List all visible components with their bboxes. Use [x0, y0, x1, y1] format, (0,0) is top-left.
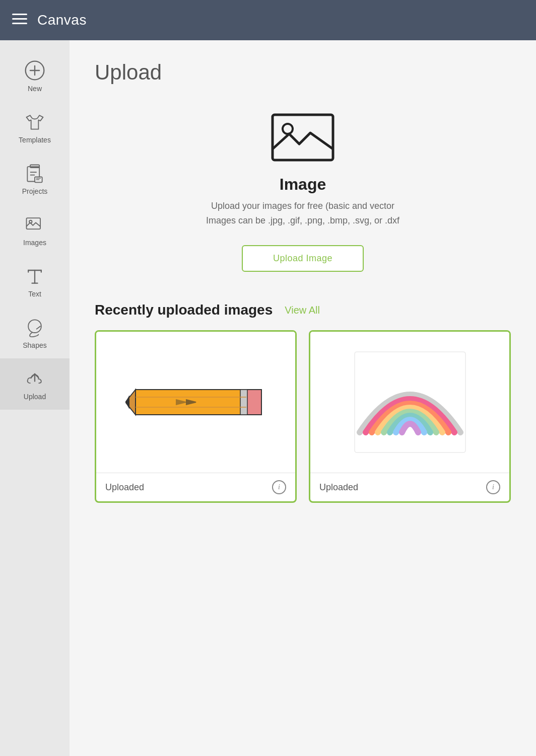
- svg-point-16: [283, 124, 293, 134]
- image-browse-icon: [24, 213, 46, 236]
- sidebar-item-projects[interactable]: Projects: [0, 153, 70, 204]
- sidebar-item-images-label: Images: [23, 239, 46, 247]
- svg-rect-2: [12, 23, 27, 24]
- rainbow-image: [345, 347, 476, 458]
- sidebar-item-projects-label: Projects: [22, 187, 48, 195]
- image-preview-1: [96, 332, 295, 473]
- projects-icon: [24, 162, 46, 184]
- sidebar-item-upload-label: Upload: [24, 393, 46, 401]
- upload-section: Image Upload your images for free (basic…: [95, 110, 511, 272]
- upload-desc2: Images can be .jpg, .gif, .png, .bmp, .s…: [206, 215, 399, 226]
- info-icon-2[interactable]: i: [486, 480, 500, 494]
- upload-cloud-icon: [24, 367, 46, 390]
- svg-rect-20: [246, 390, 261, 415]
- recently-uploaded-header: Recently uploaded images View All: [95, 302, 511, 318]
- sidebar-item-new-label: New: [28, 85, 42, 93]
- upload-desc1: Upload your images for free (basic and v…: [211, 201, 394, 211]
- image-preview-2: [310, 332, 509, 473]
- sidebar-item-templates[interactable]: Templates: [0, 102, 70, 153]
- sidebar-item-shapes[interactable]: Shapes: [0, 307, 70, 358]
- page-title: Upload: [95, 60, 511, 85]
- recently-uploaded-title: Recently uploaded images: [95, 302, 273, 318]
- main-layout: New Templates Projects: [0, 40, 536, 756]
- svg-rect-1: [12, 18, 27, 20]
- sidebar-item-new[interactable]: New: [0, 50, 70, 102]
- sidebar-item-upload[interactable]: Upload: [0, 358, 70, 410]
- sidebar: New Templates Projects: [0, 40, 70, 756]
- uploaded-label-2: Uploaded: [319, 482, 358, 493]
- svg-rect-13: [27, 218, 41, 229]
- sidebar-item-images[interactable]: Images: [0, 204, 70, 256]
- topbar: Canvas: [0, 0, 536, 40]
- uploaded-label-1: Uploaded: [105, 482, 144, 493]
- uploaded-image-card-1[interactable]: Uploaded i: [95, 330, 297, 503]
- info-icon-1[interactable]: i: [272, 480, 286, 494]
- svg-rect-21: [240, 390, 247, 415]
- sidebar-item-shapes-label: Shapes: [23, 341, 46, 349]
- app-title: Canvas: [37, 12, 87, 28]
- image-card-2-footer: Uploaded i: [310, 473, 509, 501]
- svg-rect-0: [12, 14, 27, 15]
- main-content: Upload Image Upload your images for free…: [70, 40, 536, 756]
- sidebar-item-text[interactable]: Text: [0, 256, 70, 307]
- upload-image-button[interactable]: Upload Image: [242, 245, 364, 272]
- upload-heading: Image: [280, 175, 326, 194]
- sidebar-item-text-label: Text: [28, 290, 41, 298]
- uploaded-images-grid: Uploaded i: [95, 330, 511, 503]
- upload-image-placeholder-icon: [270, 110, 336, 165]
- view-all-link[interactable]: View All: [285, 305, 320, 316]
- text-icon: [24, 265, 46, 287]
- pencil-image: [125, 372, 266, 432]
- tshirt-icon: [24, 111, 46, 133]
- shapes-icon: [24, 316, 46, 338]
- hamburger-menu-icon[interactable]: [12, 14, 27, 27]
- image-card-1-footer: Uploaded i: [96, 473, 295, 501]
- plus-circle-icon: [24, 59, 46, 82]
- sidebar-item-templates-label: Templates: [19, 136, 51, 144]
- svg-marker-19: [125, 395, 129, 409]
- svg-rect-15: [273, 115, 333, 160]
- uploaded-image-card-2[interactable]: Uploaded i: [309, 330, 511, 503]
